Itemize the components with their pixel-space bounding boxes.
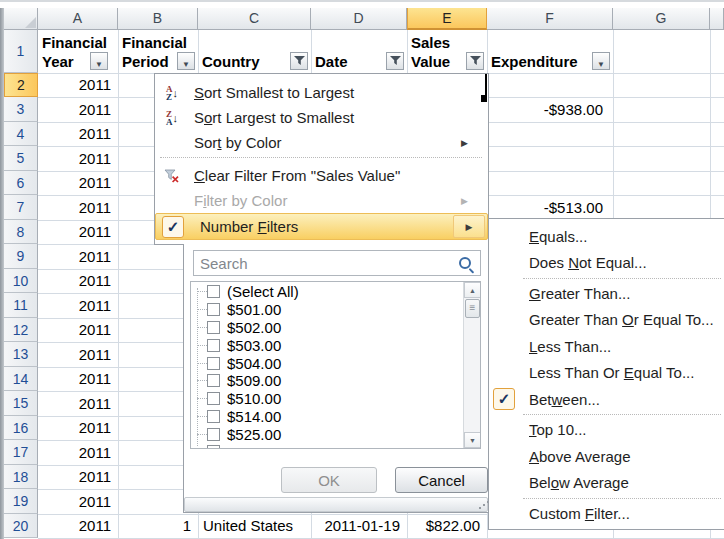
filter-button-financial-year[interactable]: ▼ xyxy=(90,52,108,70)
resize-handle[interactable] xyxy=(184,497,488,512)
row-header-5[interactable]: 5 xyxy=(4,146,38,171)
row-header-6[interactable]: 6 xyxy=(4,171,38,195)
filter-value-checkbox[interactable] xyxy=(207,339,220,352)
filter-value-checkbox[interactable] xyxy=(207,321,220,334)
filter-value-partial-checkbox[interactable] xyxy=(207,445,220,449)
menu-item-filter-by-color[interactable]: Filter by Color▶ xyxy=(155,188,488,213)
scroll-down-button[interactable]: ▼ xyxy=(464,432,481,448)
row-header-19[interactable]: 19 xyxy=(4,489,38,514)
active-cell-fill-handle[interactable] xyxy=(481,95,487,102)
cell-A8[interactable]: 2011 xyxy=(38,220,118,244)
filter-value-select-all[interactable]: (Select All) xyxy=(191,283,441,301)
cell-A13[interactable]: 2011 xyxy=(38,342,118,367)
row-header-13[interactable]: 13 xyxy=(4,342,38,367)
filter-value-525-00[interactable]: $525.00 xyxy=(191,425,441,443)
header-cell-expenditure[interactable]: Expenditure▼ xyxy=(487,30,613,73)
menu-item-number-filters[interactable]: ✓Number Filters▶ xyxy=(155,213,488,240)
filter-value-514-00[interactable]: $514.00 xyxy=(191,408,441,426)
filter-value-504-00[interactable]: $504.00 xyxy=(191,354,441,372)
filter-value-checkbox[interactable] xyxy=(207,303,220,316)
submenu-item-greater-than[interactable]: Greater Than... xyxy=(490,280,724,307)
header-cell-sales-value[interactable]: SalesValue xyxy=(407,30,487,73)
row-header-11[interactable]: 11 xyxy=(4,293,38,318)
filter-value-501-00[interactable]: $501.00 xyxy=(191,301,441,319)
menu-item-sort-by-color[interactable]: Sort by Color▶ xyxy=(155,130,488,155)
row-header-20[interactable]: 20 xyxy=(4,514,38,538)
cell-E20[interactable]: $822.00 xyxy=(407,514,487,538)
cancel-button[interactable]: Cancel xyxy=(395,467,488,493)
filter-value-checkbox[interactable] xyxy=(207,285,220,298)
filter-value-checkbox[interactable] xyxy=(207,410,220,423)
select-all-corner[interactable] xyxy=(4,8,38,30)
column-header-E[interactable]: E xyxy=(407,8,487,30)
submenu-item-below-average[interactable]: Below Average xyxy=(490,470,724,497)
scroll-thumb[interactable]: ≡ xyxy=(465,299,480,318)
cell-F3[interactable]: -$938.00 xyxy=(487,97,613,122)
header-cell-date[interactable]: Date xyxy=(311,30,407,73)
ok-button[interactable]: OK xyxy=(281,467,377,493)
cell-A7[interactable]: 2011 xyxy=(38,195,118,220)
row-header-18[interactable]: 18 xyxy=(4,465,38,489)
scroll-up-button[interactable]: ▲ xyxy=(464,282,481,298)
cell-A12[interactable]: 2011 xyxy=(38,318,118,342)
header-cell-financial-year[interactable]: FinancialYear▼ xyxy=(38,30,118,73)
column-header-C[interactable]: C xyxy=(198,8,311,30)
cell-A15[interactable]: 2011 xyxy=(38,391,118,416)
submenu-item-custom-filter[interactable]: Custom Filter... xyxy=(490,500,724,527)
cell-A2[interactable]: 2011 xyxy=(38,73,118,97)
submenu-item-top-10[interactable]: Top 10... xyxy=(490,417,724,444)
filter-value-checkbox[interactable] xyxy=(207,357,220,370)
cell-D20[interactable]: 2011-01-19 xyxy=(311,514,407,538)
cell-C20[interactable]: United States xyxy=(198,514,311,538)
row-header-1[interactable]: 1 xyxy=(4,30,38,73)
row-header-4[interactable]: 4 xyxy=(4,122,38,146)
row-header-10[interactable]: 10 xyxy=(4,269,38,293)
cell-A19[interactable]: 2011 xyxy=(38,489,118,514)
filter-button-country[interactable] xyxy=(290,52,308,70)
row-header-8[interactable]: 8 xyxy=(4,220,38,244)
cell-A9[interactable]: 2011 xyxy=(38,244,118,269)
cell-A4[interactable]: 2011 xyxy=(38,122,118,146)
cell-A16[interactable]: 2011 xyxy=(38,416,118,440)
row-header-14[interactable]: 14 xyxy=(4,367,38,391)
column-header-D[interactable]: D xyxy=(311,8,407,30)
list-scrollbar[interactable]: ▲ ≡ ▼ xyxy=(463,282,480,448)
row-header-17[interactable]: 17 xyxy=(4,440,38,465)
column-header-G[interactable]: G xyxy=(613,8,710,30)
filter-button-expenditure[interactable]: ▼ xyxy=(592,52,610,70)
row-header-15[interactable]: 15 xyxy=(4,391,38,416)
cell-A14[interactable]: 2011 xyxy=(38,367,118,391)
cell-B20[interactable]: 1 xyxy=(118,514,198,538)
cell-A5[interactable]: 2011 xyxy=(38,146,118,171)
submenu-item-greater-than-or-equal-to[interactable]: Greater Than Or Equal To... xyxy=(490,307,724,334)
filter-value-checkbox[interactable] xyxy=(207,392,220,405)
filter-button-date[interactable] xyxy=(386,52,404,70)
filter-value-502-00[interactable]: $502.00 xyxy=(191,319,441,337)
submenu-item-does-not-equal[interactable]: Does Not Equal... xyxy=(490,250,724,277)
cell-A6[interactable]: 2011 xyxy=(38,171,118,195)
row-header-3[interactable]: 3 xyxy=(4,97,38,122)
header-cell-financial-period[interactable]: FinancialPeriod▼ xyxy=(118,30,198,73)
cell-F7[interactable]: -$513.00 xyxy=(487,195,613,220)
row-header-16[interactable]: 16 xyxy=(4,416,38,440)
cell-A18[interactable]: 2011 xyxy=(38,465,118,489)
filter-value-checkbox[interactable] xyxy=(207,428,220,441)
row-header-9[interactable]: 9 xyxy=(4,244,38,269)
cell-A3[interactable]: 2011 xyxy=(38,97,118,122)
submenu-item-less-than-or-equal-to[interactable]: Less Than Or Equal To... xyxy=(490,360,724,387)
filter-button-sales-value[interactable] xyxy=(466,52,484,70)
menu-item-sort-largest-to-smallest[interactable]: ZA↓Sort Largest to Smallest xyxy=(155,105,488,130)
menu-item-sort-smallest-to-largest[interactable]: AZ↓Sort Smallest to Largest xyxy=(155,80,488,105)
cell-A17[interactable]: 2011 xyxy=(38,440,118,465)
filter-button-financial-period[interactable]: ▼ xyxy=(177,52,195,70)
filter-value-509-00[interactable]: $509.00 xyxy=(191,372,441,390)
column-header-B[interactable]: B xyxy=(118,8,198,30)
column-header-A[interactable]: A xyxy=(38,8,118,30)
menu-item-clear-filter-from-sales-value[interactable]: Clear Filter From "Sales Value" xyxy=(155,163,488,188)
submenu-item-between[interactable]: ✓Between... xyxy=(490,386,724,413)
row-header-12[interactable]: 12 xyxy=(4,318,38,342)
cell-A11[interactable]: 2011 xyxy=(38,293,118,318)
row-header-2[interactable]: 2 xyxy=(4,73,38,97)
cell-A20[interactable]: 2011 xyxy=(38,514,118,538)
header-cell-country[interactable]: Country xyxy=(198,30,311,73)
